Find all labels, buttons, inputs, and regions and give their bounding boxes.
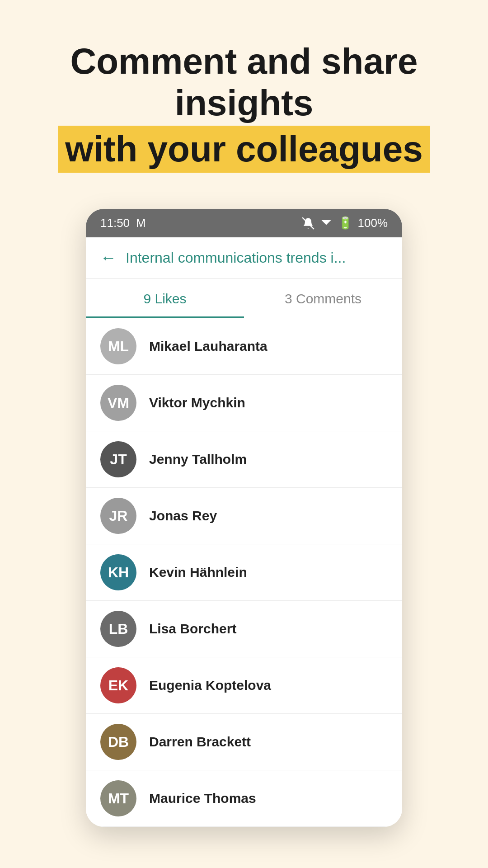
- avatar: ML: [100, 328, 136, 364]
- person-name: Eugenia Koptelova: [149, 678, 271, 693]
- person-row[interactable]: LBLisa Borchert: [86, 601, 402, 657]
- avatar: JR: [100, 498, 136, 534]
- status-left: 11:50 M: [100, 216, 146, 230]
- gmail-icon: M: [136, 216, 146, 230]
- status-bar: 11:50 M 🔋 100%: [86, 209, 402, 237]
- person-row[interactable]: EKEugenia Koptelova: [86, 657, 402, 714]
- tab-comments[interactable]: 3 Comments: [244, 278, 402, 318]
- battery-percent: 100%: [358, 216, 388, 230]
- people-list: MLMikael LauharantaVMViktor MychkinJTJen…: [86, 318, 402, 827]
- back-button[interactable]: ←: [100, 248, 117, 267]
- hero-section: Comment and share insights with your col…: [0, 0, 488, 200]
- person-row[interactable]: MTMaurice Thomas: [86, 770, 402, 827]
- person-name: Maurice Thomas: [149, 791, 256, 806]
- person-name: Jenny Tallholm: [149, 452, 247, 467]
- battery-text: 🔋: [338, 216, 352, 230]
- person-name: Darren Brackett: [149, 734, 251, 750]
- wifi-icon: [320, 217, 333, 230]
- person-name: Kevin Hähnlein: [149, 565, 247, 580]
- person-name: Lisa Borchert: [149, 621, 236, 637]
- mute-icon: [302, 217, 314, 230]
- tabs-container: 9 Likes 3 Comments: [86, 278, 402, 318]
- app-header: ← Internal communications trends i...: [86, 237, 402, 278]
- person-name: Viktor Mychkin: [149, 395, 245, 410]
- person-row[interactable]: JRJonas Rey: [86, 488, 402, 544]
- avatar: LB: [100, 611, 136, 647]
- hero-line1: Comment and share insights: [27, 41, 461, 124]
- person-row[interactable]: KHKevin Hähnlein: [86, 544, 402, 601]
- hero-line2: with your colleagues: [58, 126, 430, 173]
- avatar: EK: [100, 667, 136, 703]
- avatar: MT: [100, 780, 136, 816]
- person-row[interactable]: DBDarren Brackett: [86, 714, 402, 770]
- phone-mockup: 11:50 M 🔋 100% ← Internal communications…: [86, 209, 402, 827]
- status-time: 11:50: [100, 216, 130, 230]
- avatar: JT: [100, 441, 136, 477]
- person-row[interactable]: MLMikael Lauharanta: [86, 318, 402, 375]
- person-row[interactable]: JTJenny Tallholm: [86, 431, 402, 488]
- status-right: 🔋 100%: [302, 216, 388, 230]
- person-name: Mikael Lauharanta: [149, 339, 267, 354]
- person-row[interactable]: VMViktor Mychkin: [86, 375, 402, 431]
- avatar: VM: [100, 385, 136, 421]
- person-name: Jonas Rey: [149, 508, 217, 524]
- avatar: KH: [100, 554, 136, 590]
- tab-likes[interactable]: 9 Likes: [86, 278, 244, 318]
- svg-marker-1: [321, 220, 331, 225]
- avatar: DB: [100, 724, 136, 760]
- header-title: Internal communications trends i...: [126, 250, 346, 266]
